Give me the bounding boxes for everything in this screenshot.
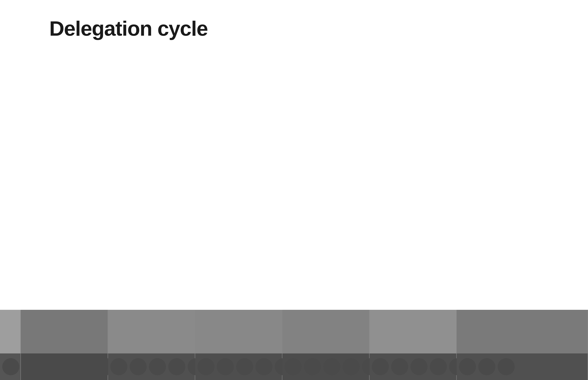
- circle: [430, 358, 447, 375]
- circle: [130, 358, 147, 375]
- page-title: Delegation cycle: [49, 16, 208, 40]
- segment-2: [21, 310, 108, 380]
- circle: [42, 358, 59, 375]
- bottom-bar: [0, 310, 588, 380]
- circle: [168, 358, 185, 375]
- circle: [459, 358, 476, 375]
- circle: [323, 358, 340, 375]
- circle: [110, 358, 127, 375]
- circle: [285, 358, 302, 375]
- circle: [62, 358, 79, 375]
- circle: [149, 358, 166, 375]
- circle: [256, 358, 273, 375]
- circle: [478, 358, 495, 375]
- circle: [498, 358, 515, 375]
- circle: [236, 358, 253, 375]
- circle: [304, 358, 321, 375]
- circle: [391, 358, 408, 375]
- circle: [343, 358, 360, 375]
- segment-3: [108, 310, 195, 380]
- segment-4: [195, 310, 282, 380]
- circle: [372, 358, 389, 375]
- circle: [411, 358, 428, 375]
- circle: [81, 358, 98, 375]
- segment-6: [369, 310, 457, 380]
- segment-5: [282, 310, 369, 380]
- circle: [2, 358, 19, 375]
- circle: [217, 358, 234, 375]
- circle: [197, 358, 214, 375]
- circle: [23, 358, 40, 375]
- segment-1: [0, 310, 21, 380]
- segment-7: [457, 310, 588, 380]
